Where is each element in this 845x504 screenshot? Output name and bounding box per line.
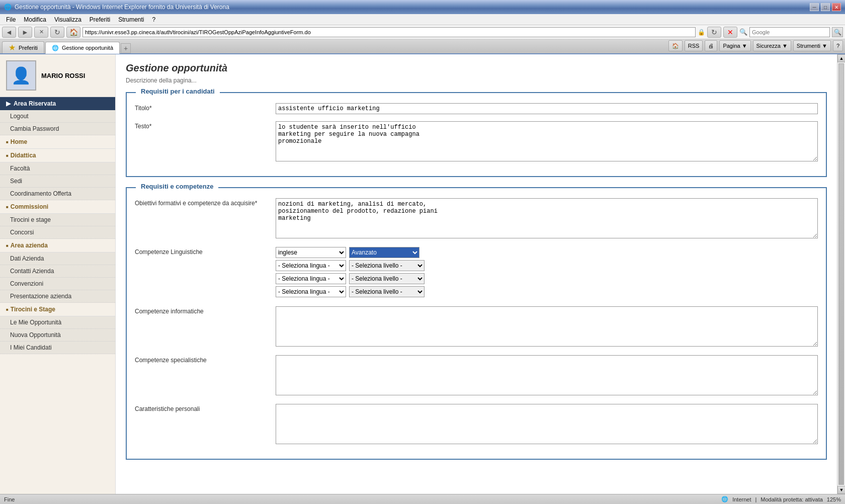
- section-requisiti-candidati: Requisiti per i candidati Titolo* Testo*…: [126, 92, 827, 177]
- sidebar-item-area-riservata[interactable]: ▶ Area Riservata: [0, 97, 115, 110]
- sidebar-item-tirocini-stage[interactable]: Tirocini e stage: [0, 214, 115, 226]
- status-text: Fine: [4, 496, 15, 502]
- arrow-icon: ▶: [6, 100, 11, 107]
- tab-bar: ★ Preferiti 🌐 Gestione opportunità + 🏠 R…: [0, 39, 845, 54]
- pagina-btn[interactable]: Pagina ▼: [719, 40, 750, 51]
- tab-preferiti-label: Preferiti: [19, 45, 38, 51]
- lang-row-4: - Seleziona lingua - - Seleziona livello…: [276, 286, 818, 297]
- search-label: 🔍: [739, 28, 747, 36]
- sidebar-item-logout[interactable]: Logout: [0, 110, 115, 123]
- menu-preferiti[interactable]: Preferiti: [86, 15, 114, 24]
- sicurezza-btn[interactable]: Sicurezza ▼: [753, 40, 791, 51]
- star-icon: ★: [9, 43, 16, 52]
- menu-visualizza[interactable]: Visualizza: [50, 15, 86, 24]
- competenze-specialistiche-label: Competenze specialistiche: [135, 355, 276, 364]
- sidebar-item-miei-candidati[interactable]: I Miei Candidati: [0, 342, 115, 354]
- scrollbar[interactable]: ▲ ▼: [837, 54, 845, 494]
- rss-btn[interactable]: RSS: [685, 40, 703, 51]
- testo-textarea[interactable]: lo studente sarà inserito nell'ufficio m…: [276, 121, 818, 161]
- section-requisiti-competenze: Requisiti e competenze Obiettivi formati…: [126, 187, 827, 460]
- home-button[interactable]: 🏠: [66, 27, 80, 38]
- sidebar-item-presentazione[interactable]: Presentazione azienda: [0, 290, 115, 303]
- forward-button[interactable]: ►: [18, 27, 32, 38]
- titolo-input[interactable]: [276, 103, 818, 114]
- testo-label: Testo*: [135, 121, 276, 130]
- sidebar-item-area-azienda[interactable]: Area azienda: [0, 239, 115, 253]
- caratteristiche-label: Caratteristiche personali: [135, 404, 276, 412]
- stop-x-button[interactable]: ✕: [723, 27, 737, 38]
- lang-select-3[interactable]: - Seleziona lingua -: [276, 273, 346, 284]
- level-select-2[interactable]: - Seleziona livello -: [349, 260, 425, 271]
- menu-bar: File Modifica Visualizza Preferiti Strum…: [0, 14, 845, 25]
- help-toolbar-btn[interactable]: ?: [833, 40, 843, 51]
- main-layout: 👤 MARIO ROSSI ▶ Area Riservata Logout Ca…: [0, 54, 845, 494]
- print-btn[interactable]: 🖨: [705, 40, 717, 51]
- sidebar-item-dati-azienda[interactable]: Dati Azienda: [0, 253, 115, 265]
- scroll-thumb[interactable]: [838, 63, 844, 485]
- obiettivi-label: Obiettivi formativi e competenze da acqu…: [135, 198, 276, 207]
- lang-row-2: - Seleziona lingua - - Seleziona livello…: [276, 260, 818, 271]
- tab-preferiti[interactable]: ★ Preferiti: [2, 41, 44, 53]
- sidebar-item-sedi[interactable]: Sedi: [0, 175, 115, 188]
- lang-select-4[interactable]: - Seleziona lingua -: [276, 286, 346, 297]
- address-input[interactable]: [82, 27, 696, 37]
- refresh-button[interactable]: ↻: [50, 27, 64, 38]
- strumenti-toolbar-btn[interactable]: Strumenti ▼: [793, 40, 831, 51]
- tab-gestione[interactable]: 🌐 Gestione opportunità: [45, 42, 120, 54]
- menu-modifica[interactable]: Modifica: [20, 15, 50, 24]
- obiettivi-textarea[interactable]: nozioni di marketing, analisi di mercato…: [276, 198, 818, 238]
- sidebar-item-concorsi[interactable]: Concorsi: [0, 226, 115, 239]
- sidebar-item-nuova-opportunita[interactable]: Nuova Opportunità: [0, 329, 115, 342]
- zone-text: Internet: [732, 496, 751, 502]
- home-toolbar-btn[interactable]: 🏠: [668, 40, 683, 51]
- sidebar-item-cambia-password[interactable]: Cambia Password: [0, 123, 115, 135]
- lock-icon: 🔒: [698, 29, 705, 36]
- sidebar-item-commissioni[interactable]: Commissioni: [0, 200, 115, 214]
- search-button[interactable]: 🔍: [832, 27, 843, 37]
- search-input[interactable]: [749, 27, 830, 37]
- page-title: Gestione opportunità: [126, 62, 827, 74]
- scroll-up-button[interactable]: ▲: [837, 54, 845, 62]
- lang-select-2[interactable]: - Seleziona lingua -: [276, 260, 346, 271]
- sidebar-item-facolta[interactable]: Facoltà: [0, 162, 115, 175]
- maximize-button[interactable]: □: [821, 3, 830, 11]
- level-select-4[interactable]: - Seleziona livello -: [349, 286, 425, 297]
- sidebar-item-tirocini-e-stage[interactable]: Tirocini e Stage: [0, 303, 115, 316]
- competenze-specialistiche-row: Competenze specialistiche: [135, 355, 818, 397]
- menu-help[interactable]: ?: [148, 15, 160, 24]
- sidebar-item-home[interactable]: Home: [0, 135, 115, 149]
- reload-button[interactable]: ↻: [707, 27, 721, 38]
- competenze-linguistiche-label: Competenze Linguistiche: [135, 247, 276, 256]
- navigation: ▶ Area Riservata Logout Cambia Password …: [0, 97, 115, 354]
- section1-title: Requisiti per i candidati: [136, 86, 220, 97]
- sidebar-item-didattica[interactable]: Didattica: [0, 149, 115, 162]
- competenze-specialistiche-textarea[interactable]: [276, 355, 818, 395]
- username: MARIO ROSSI: [41, 72, 85, 79]
- stop-button[interactable]: ✕: [34, 27, 48, 38]
- sidebar-item-coordinamento[interactable]: Coordinamento Offerta: [0, 188, 115, 200]
- menu-file[interactable]: File: [2, 15, 20, 24]
- level-select-3[interactable]: - Seleziona livello -: [349, 273, 425, 284]
- competenze-linguistiche-row: Competenze Linguistiche inglese Avanzato: [135, 247, 818, 299]
- window-title: Gestione opportunità - Windows Internet …: [15, 4, 229, 11]
- back-button[interactable]: ◄: [2, 27, 16, 38]
- area-riservata-label: Area Riservata: [14, 100, 56, 107]
- minimize-button[interactable]: ─: [810, 3, 819, 11]
- section2-title: Requisiti e competenze: [136, 181, 218, 192]
- menu-strumenti[interactable]: Strumenti: [114, 15, 148, 24]
- tab-gestione-label: Gestione opportunità: [62, 45, 113, 51]
- close-button[interactable]: ✕: [832, 3, 841, 11]
- lang-select-1[interactable]: inglese: [276, 247, 346, 258]
- caratteristiche-textarea[interactable]: [276, 404, 818, 444]
- sidebar-item-convenzioni[interactable]: Convenzioni: [0, 278, 115, 290]
- competenze-informatiche-textarea[interactable]: [276, 306, 818, 347]
- scroll-down-button[interactable]: ▼: [837, 486, 845, 494]
- obiettivi-row: Obiettivi formativi e competenze da acqu…: [135, 198, 818, 240]
- sidebar-item-mie-opportunita[interactable]: Le Mie Opportunità: [0, 316, 115, 329]
- new-tab-button[interactable]: +: [121, 43, 131, 53]
- level-select-1[interactable]: Avanzato: [349, 247, 419, 258]
- title-bar: 🌐 Gestione opportunità - Windows Interne…: [0, 0, 845, 14]
- browser-icon: 🌐: [4, 4, 12, 11]
- competenze-informatiche-label: Competenze informatiche: [135, 306, 276, 315]
- sidebar-item-contatti-azienda[interactable]: Contatti Azienda: [0, 265, 115, 278]
